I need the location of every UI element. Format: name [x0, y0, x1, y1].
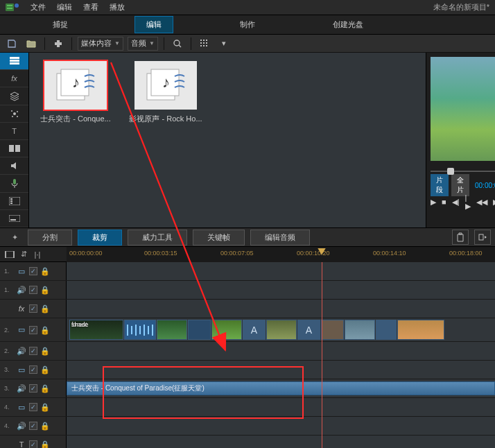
track-body[interactable]: [67, 417, 495, 435]
clip[interactable]: [345, 320, 375, 340]
menu-view[interactable]: 查看: [83, 2, 98, 12]
sidebar-mic-icon[interactable]: [0, 175, 28, 192]
clip-transition[interactable]: [376, 320, 397, 340]
tab-capture[interactable]: 捕捉: [42, 17, 79, 33]
svg-rect-27: [10, 200, 12, 202]
clip[interactable]: [211, 320, 242, 340]
more-options-icon[interactable]: [474, 230, 491, 245]
magic-wand-icon[interactable]: ✦: [4, 230, 25, 245]
sidebar-transition-icon[interactable]: [0, 140, 28, 157]
svg-point-4: [174, 40, 180, 46]
play-icon[interactable]: ▶: [431, 196, 436, 208]
lock-icon[interactable]: 🔒: [40, 384, 49, 393]
track-collapse-icon[interactable]: ⇵: [18, 249, 29, 260]
lock-icon[interactable]: 🔒: [40, 286, 49, 294]
track-body[interactable]: [67, 262, 495, 280]
audio-clip[interactable]: 士兵突击 - Conquest of Paradise(征服天堂): [67, 381, 495, 395]
grid-view-icon[interactable]: [197, 37, 212, 51]
track-visible-checkbox[interactable]: ✓: [29, 326, 37, 334]
plugin-icon[interactable]: [51, 37, 66, 51]
media-thumb-1[interactable]: ♪: [44, 61, 107, 110]
btn-keyframe[interactable]: 关键帧: [193, 230, 245, 245]
lock-icon[interactable]: 🔒: [40, 440, 49, 448]
search-icon[interactable]: [170, 37, 185, 51]
btn-edit-audio[interactable]: 编辑音频: [250, 230, 310, 245]
track-visible-checkbox[interactable]: ✓: [29, 304, 37, 313]
timeline-ruler[interactable]: 00:00:00:00 00:00:03:15 00:00:07:05 00:0…: [67, 247, 495, 262]
sidebar-particle-icon[interactable]: [0, 105, 28, 123]
playhead-line[interactable]: [322, 262, 322, 448]
track-visible-checkbox[interactable]: ✓: [29, 365, 37, 374]
lock-icon[interactable]: 🔒: [40, 304, 49, 313]
trash-icon[interactable]: [452, 230, 469, 245]
track-visible-checkbox[interactable]: ✓: [29, 347, 37, 355]
media-item-2[interactable]: ♪ 影视原声 - Rock Ho...: [128, 61, 204, 124]
sidebar-title-icon[interactable]: T: [0, 123, 28, 140]
clip-shade[interactable]: shade: [397, 320, 444, 340]
lock-icon[interactable]: 🔒: [40, 403, 49, 411]
track-visible-checkbox[interactable]: ✓: [29, 422, 37, 430]
folder-icon[interactable]: [24, 37, 39, 51]
video-track-icon: ▭: [17, 365, 26, 374]
menu-play[interactable]: 播放: [110, 2, 125, 12]
sidebar-fx-icon[interactable]: fx: [0, 70, 28, 87]
left-sidebar: fx T: [0, 53, 29, 227]
track-body[interactable]: [67, 300, 495, 318]
tab-disc[interactable]: 创建光盘: [322, 17, 374, 33]
lock-icon[interactable]: 🔒: [40, 267, 49, 275]
video-track-icon: ▭: [17, 266, 26, 276]
track-body[interactable]: 士兵突击 - Conquest of Paradise(征服天堂): [67, 379, 495, 397]
clip-label-a[interactable]: A: [297, 320, 320, 340]
track-body[interactable]: forest A A shade: [67, 318, 495, 341]
btn-power[interactable]: 威力工具: [128, 230, 187, 245]
media-thumb-2[interactable]: ♪: [134, 61, 197, 110]
clip-label-a[interactable]: A: [243, 320, 266, 340]
track-visible-checkbox[interactable]: ✓: [29, 384, 37, 393]
clip-transition[interactable]: [188, 320, 211, 340]
clip[interactable]: [157, 320, 187, 340]
track-visible-checkbox[interactable]: ✓: [29, 286, 37, 294]
lock-icon[interactable]: 🔒: [40, 326, 49, 334]
sidebar-audio-icon[interactable]: [0, 157, 28, 175]
preview-seek[interactable]: [426, 165, 495, 178]
playhead-icon[interactable]: [318, 247, 327, 262]
clip[interactable]: [321, 320, 344, 340]
lock-icon[interactable]: 🔒: [40, 365, 49, 374]
menu-file[interactable]: 文件: [31, 2, 46, 12]
sidebar-object-icon[interactable]: [0, 87, 28, 105]
stop-icon[interactable]: ■: [442, 196, 446, 208]
next-frame-icon[interactable]: |▶: [465, 196, 471, 208]
rewind-icon[interactable]: ◀◀: [476, 196, 487, 208]
forward-icon[interactable]: ▶▶: [493, 196, 495, 208]
import-icon[interactable]: [4, 37, 19, 51]
track-body[interactable]: [67, 342, 495, 360]
track-markers-icon[interactable]: |·|: [32, 249, 43, 260]
track-body[interactable]: [67, 398, 495, 416]
media-content-dropdown[interactable]: 媒体内容: [78, 37, 123, 51]
track-visible-checkbox[interactable]: ✓: [29, 440, 37, 448]
sidebar-subtitle-icon[interactable]: [0, 210, 28, 227]
preview-video[interactable]: [431, 57, 495, 161]
audio-dropdown[interactable]: 音频: [128, 37, 158, 51]
btn-split[interactable]: 分割: [28, 230, 72, 245]
tab-produce[interactable]: 制作: [229, 17, 266, 33]
clip[interactable]: [266, 320, 297, 340]
menu-edit[interactable]: 编辑: [57, 2, 72, 12]
track-body[interactable]: [67, 361, 495, 379]
view-options-icon[interactable]: ▾: [216, 37, 232, 51]
clip-transition[interactable]: [124, 320, 156, 340]
track-visible-checkbox[interactable]: ✓: [29, 267, 37, 275]
sidebar-media-icon[interactable]: [0, 53, 28, 70]
svg-rect-11: [200, 45, 202, 46]
sidebar-chapter-icon[interactable]: [0, 193, 28, 210]
track-body[interactable]: [67, 281, 495, 299]
btn-crop[interactable]: 裁剪: [78, 230, 122, 245]
media-item-1[interactable]: ♪ 士兵突击 - Conque...: [37, 61, 114, 124]
lock-icon[interactable]: 🔒: [40, 422, 49, 430]
lock-icon[interactable]: 🔒: [40, 347, 49, 355]
prev-frame-icon[interactable]: ◀|: [452, 196, 460, 208]
tab-edit[interactable]: 编辑: [134, 16, 173, 33]
track-film-icon[interactable]: [4, 249, 15, 260]
track-visible-checkbox[interactable]: ✓: [29, 403, 37, 411]
track-body[interactable]: [67, 436, 495, 448]
